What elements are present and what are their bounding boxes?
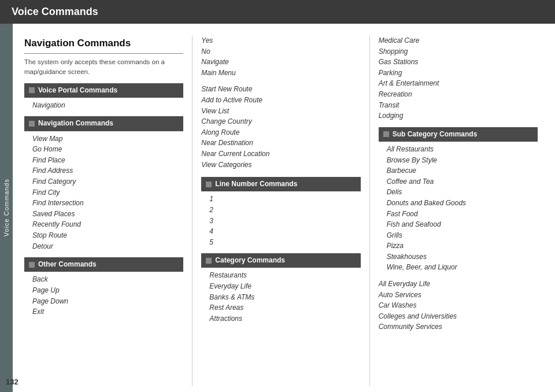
section-title-voice-portal: Voice Portal Commands <box>38 85 117 96</box>
list-item: Shopping <box>379 46 538 57</box>
list-item: Back <box>32 274 183 285</box>
main-content: Navigation Commands The system only acce… <box>13 24 555 392</box>
list-item: Fast Food <box>387 209 538 220</box>
list-item: Lodging <box>379 110 538 121</box>
list-item: Recreation <box>379 89 538 100</box>
list-item: View List <box>201 106 360 117</box>
list-item: Barbecue <box>387 165 538 176</box>
list-item: Grills <box>387 230 538 241</box>
list-item: Navigation <box>32 100 183 111</box>
list-item: Auto Services <box>379 290 538 301</box>
col3-top-items: Medical Care Shopping Gas Stations Parki… <box>379 35 538 121</box>
list-item: 2 <box>209 205 360 216</box>
square-icon-voice-portal <box>29 87 35 93</box>
list-item: Transit <box>379 100 538 111</box>
list-item: View Map <box>32 134 183 145</box>
list-item: Exit <box>32 306 183 317</box>
square-icon-sub-category <box>383 131 389 137</box>
line-number-items: 1 2 3 4 5 <box>201 194 360 247</box>
section-header-line-number: Line Number Commands <box>201 177 360 191</box>
list-item: Navigate <box>201 57 360 68</box>
section-header-sub-category: Sub Category Commands <box>379 127 538 142</box>
sub-category-items: All Restaurants Browse By Style Barbecue… <box>379 144 538 273</box>
list-item: Yes <box>201 35 360 46</box>
list-item: 5 <box>209 237 360 248</box>
section-title-category: Category Commands <box>215 255 285 266</box>
list-item: Car Washes <box>379 300 538 311</box>
section-title-other-commands: Other Commands <box>38 259 97 270</box>
list-item: Steakhouses <box>387 252 538 262</box>
section-title-line-number: Line Number Commands <box>215 179 297 190</box>
list-item: Detour <box>32 241 183 252</box>
list-item: Find Intersection <box>32 198 183 209</box>
section-header-other-commands: Other Commands <box>24 257 183 272</box>
list-item: Medical Care <box>379 35 538 46</box>
list-item: Find Category <box>32 176 183 187</box>
list-item: Banks & ATMs <box>209 292 360 303</box>
list-item: All Restaurants <box>387 144 538 155</box>
list-item: Go Home <box>32 144 183 155</box>
list-item: Page Up <box>32 285 183 296</box>
list-item: Recently Found <box>32 219 183 230</box>
list-item: Find Place <box>32 155 183 166</box>
nav-command-items: View Map Go Home Find Place Find Address… <box>24 134 183 252</box>
header-title: Voice Commands <box>12 6 98 18</box>
page-number: 132 <box>6 378 18 386</box>
list-item: Change Country <box>201 116 360 127</box>
list-item: All Everyday Life <box>379 279 538 290</box>
col1-intro: The system only accepts these commands o… <box>24 57 183 77</box>
list-item: Delis <box>387 187 538 198</box>
list-item: Along Route <box>201 127 360 138</box>
list-item: Near Current Location <box>201 149 360 160</box>
list-item: Rest Areas <box>209 302 360 313</box>
list-item: Colleges and Universities <box>379 311 538 322</box>
col2-top-items: Yes No Navigate Main Menu <box>201 35 360 78</box>
category-items: Restaurants Everyday Life Banks & ATMs R… <box>201 270 360 324</box>
section-header-nav-commands: Navigation Commands <box>24 116 183 131</box>
section-title-sub-category: Sub Category Commands <box>393 129 478 140</box>
list-item: Parking <box>379 68 538 79</box>
list-item: Near Destination <box>201 138 360 149</box>
list-item: Pizza <box>387 241 538 252</box>
list-item: Donuts and Baked Goods <box>387 198 538 209</box>
col3-bottom-items: All Everyday Life Auto Services Car Wash… <box>379 279 538 332</box>
list-item: Coffee and Tea <box>387 176 538 187</box>
list-item: Art & Entertainment <box>379 78 538 89</box>
column-2: Yes No Navigate Main Menu Start New Rout… <box>195 35 366 386</box>
side-tab: Voice Commands <box>0 24 13 392</box>
square-icon-category <box>206 258 212 264</box>
list-item: Saved Places <box>32 209 183 220</box>
list-item: Community Services <box>379 321 538 332</box>
list-item: Page Down <box>32 296 183 307</box>
list-item: View Categories <box>201 160 360 171</box>
section-title-nav-commands: Navigation Commands <box>38 118 113 129</box>
list-item: 4 <box>209 226 360 237</box>
other-command-items: Back Page Up Page Down Exit <box>24 274 183 317</box>
list-item: Gas Stations <box>379 57 538 68</box>
list-item: Restaurants <box>209 270 360 281</box>
page-header: Voice Commands <box>0 0 555 24</box>
list-item: Start New Route <box>201 84 360 95</box>
list-item: Find City <box>32 187 183 198</box>
list-item: 3 <box>209 216 360 227</box>
col-divider-1 <box>192 35 193 386</box>
voice-portal-items: Navigation <box>24 100 183 111</box>
list-item: Fish and Seafood <box>387 219 538 230</box>
side-tab-label: Voice Commands <box>3 179 10 236</box>
section-header-category: Category Commands <box>201 253 360 268</box>
list-item: Stop Route <box>32 230 183 241</box>
col2-mid-items: Start New Route Add to Active Route View… <box>201 84 360 170</box>
square-icon-other-commands <box>29 262 35 268</box>
list-item: Add to Active Route <box>201 95 360 106</box>
square-icon-line-number <box>206 182 212 187</box>
section-header-voice-portal: Voice Portal Commands <box>24 83 183 98</box>
list-item: 1 <box>209 194 360 205</box>
col-divider-2 <box>369 35 370 386</box>
list-item: Everyday Life <box>209 281 360 292</box>
list-item: Main Menu <box>201 68 360 79</box>
col1-main-title: Navigation Commands <box>24 35 183 54</box>
list-item: Browse By Style <box>387 155 538 166</box>
list-item: Wine, Beer, and Liquor <box>387 262 538 273</box>
column-3: Medical Care Shopping Gas Stations Parki… <box>373 35 543 386</box>
square-icon-nav-commands <box>29 121 35 127</box>
